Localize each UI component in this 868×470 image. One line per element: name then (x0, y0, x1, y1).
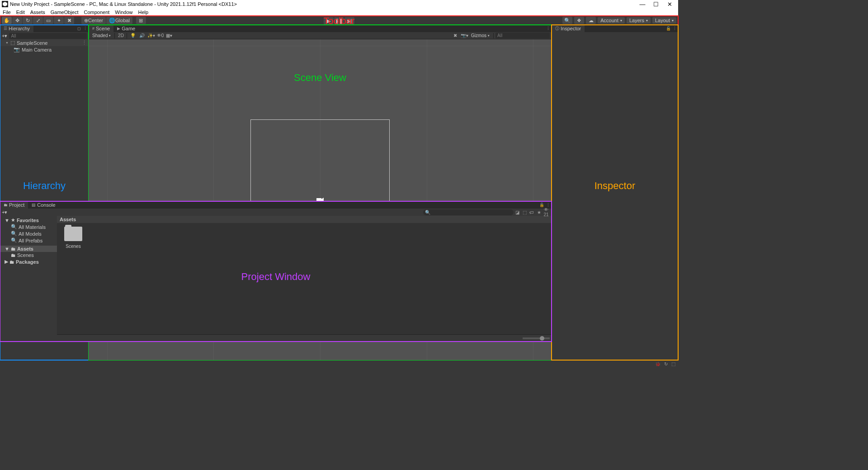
hierarchy-icon: ☰ (4, 26, 7, 31)
search-icon: 🔍 (11, 224, 17, 230)
game-icon: ▶ (117, 26, 120, 31)
tree-scenes[interactable]: 🖿Scenes (0, 252, 57, 258)
shading-dropdown[interactable]: Shaded (90, 33, 113, 38)
menu-file[interactable]: File (3, 9, 11, 15)
tree-fav-materials[interactable]: 🔍All Materials (0, 223, 57, 230)
move-tool-button[interactable]: ✥ (12, 17, 22, 24)
tab-hierarchy[interactable]: ☰Hierarchy (0, 25, 33, 32)
menu-bar: File Edit Assets GameObject Component Wi… (0, 8, 678, 16)
scene-search-input[interactable] (495, 33, 550, 38)
status-activity-icon[interactable]: ⬚ (671, 361, 675, 366)
panel-lock-icon[interactable]: ◻ (76, 26, 81, 31)
layers-dropdown[interactable]: Layers (627, 17, 651, 24)
custom-tool-button[interactable]: ✖ (64, 17, 74, 24)
scene-icon: # (92, 26, 94, 31)
project-tree: ▼★Favorites 🔍All Materials 🔍All Models 🔍… (0, 216, 57, 342)
unity-cube-icon: ⬚ (10, 40, 15, 46)
scene-root-item[interactable]: ▼ ⬚ SampleScene ⋮ (0, 39, 89, 46)
project-grid[interactable]: Scenes (57, 223, 552, 334)
star-icon[interactable]: ★ (535, 210, 542, 215)
hidden-icon[interactable]: 👁0 (156, 33, 164, 38)
panel-lock-icon[interactable]: 🔓 (665, 26, 671, 31)
search-icon: 🔍 (11, 231, 17, 237)
tab-inspector[interactable]: ⓘInspector (552, 25, 585, 32)
layout-dropdown[interactable]: Layout (652, 17, 676, 24)
pivot-toggle[interactable]: ⊕ Center (81, 17, 106, 24)
scene-menu-icon[interactable]: ⋮ (82, 40, 87, 46)
status-autorefresh-icon[interactable]: ↻ (664, 361, 668, 366)
project-panel: 🖿Project ▤Console 🔓⋮ +▾ ◪ ⬚ 🏷 ★ 👁21 ▼★Fa… (0, 201, 552, 342)
inspector-icon: ⓘ (555, 26, 559, 32)
rect-tool-button[interactable]: ▭ (43, 17, 53, 24)
tab-scene[interactable]: #Scene (89, 25, 113, 32)
folder-icon: 🖿 (11, 246, 16, 252)
lighting-icon[interactable]: 💡 (129, 33, 137, 38)
inspector-panel: ⓘInspector 🔓⋮ Inspector (552, 25, 678, 360)
snap-button[interactable]: ⊞ (136, 17, 146, 24)
tool-close-icon[interactable]: ✖ (451, 33, 459, 38)
toggle-2d-button[interactable]: 2D (117, 33, 125, 38)
project-search-input[interactable] (423, 209, 514, 215)
tree-packages[interactable]: ▶🖿Packages (0, 258, 57, 265)
scale-tool-button[interactable]: ⤢ (33, 17, 43, 24)
tab-project[interactable]: 🖿Project (0, 201, 28, 209)
play-button[interactable]: ▶ (324, 17, 334, 24)
save-search-icon[interactable]: ⬚ (521, 210, 528, 215)
tab-game[interactable]: ▶Game (113, 25, 139, 32)
window-titlebar: New Unity Project - SampleScene - PC, Ma… (0, 0, 678, 8)
tree-assets[interactable]: ▼🖿Assets (0, 246, 57, 252)
folder-icon: 🖿 (9, 259, 14, 265)
menu-gameobject[interactable]: GameObject (51, 9, 79, 15)
menu-assets[interactable]: Assets (30, 9, 45, 15)
minimize-button[interactable]: — (636, 1, 649, 8)
panel-menu-icon[interactable]: ⋮ (545, 26, 551, 31)
search-icon[interactable]: 🔍 (562, 17, 572, 24)
label-icon[interactable]: 🏷 (528, 210, 535, 215)
tree-favorites[interactable]: ▼★Favorites (0, 217, 57, 223)
maximize-button[interactable]: ☐ (649, 1, 663, 8)
project-create-button[interactable]: +▾ (2, 209, 7, 215)
grid-icon[interactable]: ▦▾ (165, 33, 173, 38)
thumbnail-size-slider[interactable] (523, 337, 550, 339)
cloud-icon[interactable]: ☁ (586, 17, 596, 24)
status-bug-icon[interactable]: 🐞 (655, 361, 660, 366)
step-button[interactable]: ▶| (344, 17, 354, 24)
transform-tool-button[interactable]: ✦ (54, 17, 64, 24)
camera-settings-icon[interactable]: 📷▾ (460, 33, 468, 38)
window-title: New Unity Project - SampleScene - PC, Ma… (10, 1, 237, 7)
gizmos-dropdown[interactable]: Gizmos (469, 33, 491, 38)
hierarchy-item-camera[interactable]: 📷 Main Camera (0, 46, 89, 53)
fx-icon[interactable]: ✨▾ (147, 33, 155, 38)
pause-button[interactable]: ❚❚ (334, 17, 344, 24)
tree-fav-prefabs[interactable]: 🔍All Prefabs (0, 237, 57, 244)
rotate-tool-button[interactable]: ↻ (23, 17, 33, 24)
menu-edit[interactable]: Edit (16, 9, 25, 15)
project-breadcrumb[interactable]: Assets (57, 216, 552, 223)
tab-console[interactable]: ▤Console (28, 201, 59, 209)
hierarchy-annotation: Hierarchy (23, 180, 66, 192)
menu-component[interactable]: Component (84, 9, 109, 15)
status-bar: 🐞 ↻ ⬚ (0, 360, 678, 367)
panel-menu-icon[interactable]: ⋮ (545, 203, 551, 207)
asset-folder-scenes[interactable]: Scenes (61, 227, 86, 249)
collab-icon[interactable]: ❖ (574, 17, 584, 24)
audio-icon[interactable]: 🔊 (138, 33, 146, 38)
filter-icon[interactable]: ◪ (514, 210, 521, 215)
create-button[interactable]: +▾ (2, 33, 7, 39)
account-dropdown[interactable]: Account (598, 17, 625, 24)
scene-toolbar: Shaded 2D 💡 🔊 ✨▾ 👁0 ▦▾ ✖ 📷▾ Gizmos (89, 32, 552, 39)
menu-help[interactable]: Help (138, 9, 148, 15)
hidden-packages-icon[interactable]: 👁21 (542, 207, 550, 217)
folder-icon: 🖿 (4, 203, 8, 207)
hand-tool-button[interactable]: ✋ (2, 17, 12, 24)
panel-menu-icon[interactable]: ⋮ (82, 26, 88, 31)
hierarchy-search-input[interactable] (9, 33, 87, 39)
menu-window[interactable]: Window (115, 9, 132, 15)
space-toggle[interactable]: 🌐 Global (106, 17, 132, 24)
panel-menu-icon[interactable]: ⋮ (672, 26, 677, 31)
toolbar: ✋ ✥ ↻ ⤢ ▭ ✦ ✖ ⊕ Center 🌐 Global ⊞ ▶ ❚❚ ▶… (0, 16, 678, 25)
panel-lock-icon[interactable]: 🔓 (539, 203, 544, 207)
search-icon: 🔍 (11, 237, 17, 243)
close-button[interactable]: ✕ (663, 1, 676, 8)
tree-fav-models[interactable]: 🔍All Models (0, 230, 57, 237)
